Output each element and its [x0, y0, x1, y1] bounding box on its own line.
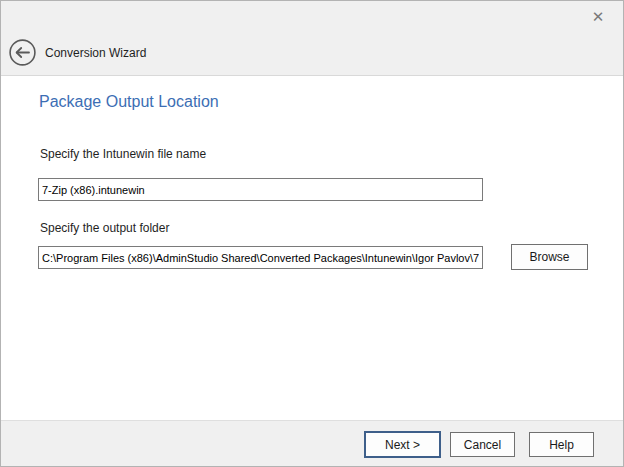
intunewin-file-name-label: Specify the Intunewin file name — [40, 147, 206, 161]
output-folder-input[interactable] — [38, 246, 483, 269]
back-arrow-icon — [9, 39, 36, 66]
close-icon[interactable]: ✕ — [587, 6, 609, 28]
next-button[interactable]: Next > — [364, 431, 441, 458]
browse-button[interactable]: Browse — [511, 244, 588, 270]
back-button[interactable] — [9, 39, 36, 66]
wizard-header: Conversion Wizard ✕ — [1, 1, 623, 76]
conversion-wizard-dialog: Conversion Wizard ✕ Package Output Locat… — [0, 0, 624, 467]
wizard-footer: Next > Cancel Help — [1, 420, 623, 466]
output-folder-label: Specify the output folder — [40, 221, 169, 235]
cancel-button[interactable]: Cancel — [450, 432, 515, 457]
page-title: Package Output Location — [39, 93, 219, 111]
wizard-content: Package Output Location Specify the Intu… — [1, 76, 623, 422]
help-button[interactable]: Help — [529, 432, 594, 457]
intunewin-file-name-input[interactable] — [38, 178, 483, 201]
wizard-title: Conversion Wizard — [45, 46, 146, 60]
